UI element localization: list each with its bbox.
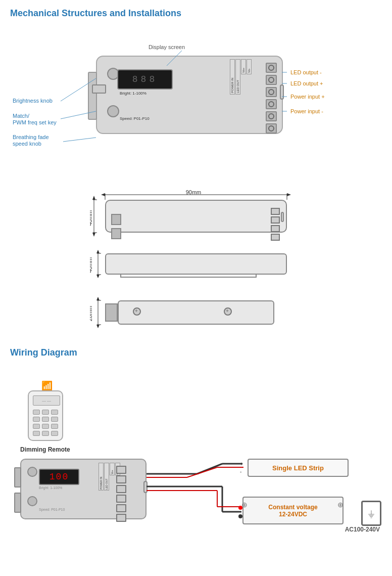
wiring-diagram-area: 📶 — — Dimming Remote	[10, 365, 384, 537]
wiring-terminal-5	[116, 504, 126, 512]
wifi-symbol: 📶	[41, 380, 53, 391]
wiring-device: 100 Bright: 1-100% Speed: P01-P10 POWER …	[20, 459, 146, 519]
wiring-terminal-4	[116, 495, 126, 503]
side-view: 40mm	[90, 246, 302, 286]
terminal-3	[266, 87, 277, 97]
remote-btn-3	[51, 410, 58, 415]
remote-btn-8	[42, 424, 49, 429]
device-side-view	[105, 253, 287, 275]
device-diagram-section: 888 Bright: 1-100% Speed: P01-P10 POWER …	[10, 28, 384, 185]
dim-terminal-1	[271, 208, 280, 215]
ac-voltage-label: AC100-240V	[345, 526, 380, 533]
front-screw-right	[224, 307, 232, 316]
wiring-vo-plus-label: Vo+	[110, 463, 115, 475]
dim-left-block-2	[111, 228, 121, 239]
wiring-left-block-bottom	[14, 493, 21, 513]
power-supply-voltage: 12-24VDC	[279, 511, 307, 518]
power-red-dot	[238, 506, 242, 510]
led-out-label: LED OUT	[235, 59, 240, 95]
wiring-terminal-1	[116, 466, 126, 474]
led-output-plus-annotation: LED output +	[290, 80, 323, 86]
front-left-block	[105, 303, 118, 322]
wiring-title: Wiring Diagram	[10, 347, 382, 358]
power-supply-label: Constant voltage	[268, 504, 317, 511]
front-view-wrapper: 28mm	[90, 294, 302, 337]
remote-btn-12	[51, 431, 58, 436]
dim-right-terminals	[271, 208, 280, 241]
dim-terminal-4	[271, 234, 280, 241]
dim-terminal-3	[271, 225, 280, 232]
terminal-4	[266, 99, 277, 109]
vo-label: Vo+	[241, 59, 246, 74]
psu-terminal-right: ⊕	[337, 501, 344, 509]
breathing-knob-element	[107, 105, 119, 117]
led-strip-label: Single LED Strip	[272, 464, 324, 472]
brightness-knob-annotation: Brightness knob	[13, 98, 53, 104]
power-input-minus-annotation: Power input -	[290, 108, 323, 114]
dimming-remote-label: Dimming Remote	[20, 446, 70, 453]
svg-text:40mm: 40mm	[90, 210, 93, 226]
terminal-5	[266, 111, 277, 121]
vo-minus-label: Vo-	[247, 59, 252, 74]
svg-marker-22	[96, 275, 100, 278]
svg-marker-27	[96, 297, 100, 300]
device-top-view	[105, 200, 287, 233]
remote-body: — —	[28, 390, 63, 441]
terminal-1	[266, 63, 277, 73]
remote-buttons-row2	[33, 417, 58, 422]
dimension-section: 90mm 40mm 40mm	[10, 190, 382, 337]
right-handle	[280, 84, 284, 100]
svg-marker-9	[101, 193, 105, 196]
display-screen-element: 888	[117, 69, 173, 90]
remote-buttons-row3	[33, 424, 58, 429]
wiring-bright-label: Bright: 1-100%	[39, 486, 62, 490]
led-strip-minus: -	[240, 469, 241, 474]
speed-label: Speed: P01-P10	[120, 116, 150, 121]
device-front-view	[118, 300, 274, 325]
wiring-terminals	[116, 466, 126, 522]
remote-buttons-row1	[33, 410, 58, 415]
left-connector-block	[88, 72, 97, 120]
svg-text:90mm: 90mm	[186, 190, 202, 195]
terminal-2	[266, 75, 277, 85]
led-strip-box: Single LED Strip	[248, 459, 349, 477]
match-pwm-button	[92, 84, 106, 94]
top-view-wrapper: 90mm 40mm	[90, 190, 302, 238]
remote-btn-6	[51, 417, 58, 422]
plug-icon: ⏚	[368, 508, 374, 519]
page-title: Mechanical Structures and Installations	[10, 8, 382, 19]
wiring-led-out-label: LED OUT	[104, 463, 109, 491]
dim-handle	[281, 212, 284, 222]
display-digits: 888	[132, 74, 158, 84]
breathing-annotation-1: Breathing fade	[13, 134, 49, 140]
display-screen-annotation: Display screen	[149, 44, 185, 50]
wiring-right-handle	[143, 481, 148, 493]
svg-marker-21	[96, 250, 100, 253]
device-feet	[120, 275, 257, 278]
device-body: 888 Bright: 1-100% Speed: P01-P10 POWER …	[96, 56, 283, 134]
remote-btn-2	[42, 410, 49, 415]
remote-btn-7	[33, 424, 40, 429]
wiring-brightness-knob	[27, 467, 37, 477]
wiring-digits: 100	[50, 472, 69, 482]
remote-btn-5	[42, 417, 49, 422]
remote-buttons-row4	[33, 431, 58, 436]
wiring-breathing-knob	[27, 496, 37, 506]
terminal-6	[266, 123, 277, 134]
top-view: 90mm 40mm	[90, 190, 302, 238]
wiring-speed-label: Speed: P01-P10	[39, 508, 65, 511]
breathing-annotation-2: speed knob	[13, 141, 41, 147]
remote-btn-11	[42, 431, 49, 436]
svg-text:28mm: 28mm	[90, 306, 93, 322]
svg-marker-15	[92, 196, 95, 200]
remote-display-lines: — —	[42, 398, 51, 403]
front-screw-left	[133, 307, 141, 316]
bright-label: Bright: 1-100%	[120, 91, 146, 96]
dim-terminal-2	[271, 216, 280, 224]
remote-btn-1	[33, 410, 40, 415]
power-input-plus-annotation: Power input +	[290, 94, 325, 100]
svg-marker-16	[92, 233, 95, 237]
svg-marker-10	[287, 193, 291, 196]
remote-btn-4	[33, 417, 40, 422]
wiring-terminal-2	[116, 475, 126, 483]
